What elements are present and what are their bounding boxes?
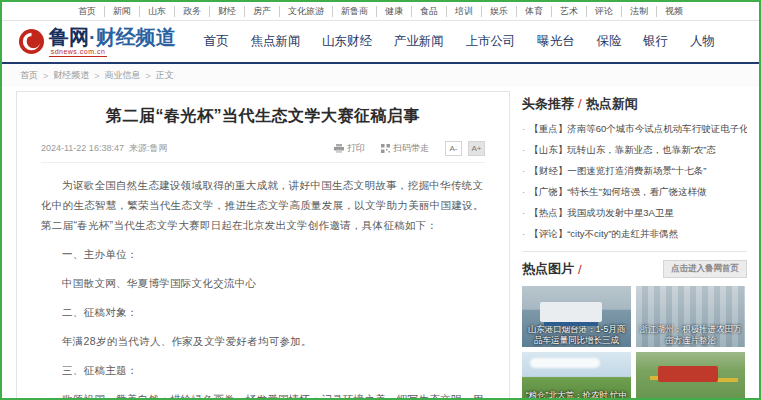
mini-nav-lushang[interactable]: 新鲁商	[333, 6, 377, 17]
nav-shandong-finance[interactable]: 山东财经	[322, 33, 372, 50]
photo-caption: 山东港口烟台港：1-5月商品车运量同比增长三成	[522, 324, 631, 346]
nav-industry-news[interactable]: 产业新闻	[394, 33, 444, 50]
article-meta: 2024-11-22 16:38:47 来源:鲁网 打印 扫码带走 A- A+	[41, 141, 485, 163]
print-label: 打印	[347, 142, 365, 155]
mini-nav-video[interactable]: 视频	[657, 6, 691, 17]
photos-title: 热点图片	[522, 260, 574, 278]
article-paragraph: 歌颂祖国、赞美自然；描绘绿色画卷、抒发爱国情怀；记录环境之美、细写生态文明。用笔…	[41, 389, 485, 400]
photo-item-safety[interactable]: 学安全 迎暑假	[636, 352, 745, 400]
mini-nav-gov[interactable]: 政务	[175, 6, 210, 17]
nav-exposure[interactable]: 曝光台	[537, 33, 575, 50]
mini-nav-culture-tourism[interactable]: 文化旅游	[280, 6, 333, 17]
breadcrumb-home[interactable]: 首页	[20, 69, 38, 82]
mini-nav-realestate[interactable]: 房产	[245, 6, 280, 17]
headline-slash: /	[578, 96, 582, 111]
article-datetime: 2024-11-22 16:38:47	[41, 143, 124, 153]
hot-photos-grid: 山东港口烟台港：1-5月商品车运量同比增长三成 浙江湖州：积极推进农田万亩方连片…	[522, 286, 747, 400]
article-card: 第二届“春光杯”当代生态文学大赛征稿启事 2024-11-22 16:38:47…	[16, 91, 510, 400]
mini-nav-finance[interactable]: 财经	[210, 6, 245, 17]
article-paragraph: 年满28岁的当代诗人、作家及文学爱好者均可参加。	[41, 331, 485, 351]
mini-nav-art[interactable]: 艺术	[552, 6, 587, 17]
breadcrumb-separator: >	[94, 71, 99, 81]
mini-nav-law[interactable]: 法制	[622, 6, 657, 17]
enter-homepage-button[interactable]: 点击进入鲁网首页	[663, 260, 747, 278]
news-item[interactable]: 【广饶】“特长生”如何培强，看广饶这样做	[522, 186, 747, 199]
breadcrumb-section[interactable]: 商业信息	[105, 69, 141, 82]
breadcrumb-current: 正文	[156, 69, 174, 82]
lunet-logo-icon	[18, 28, 45, 55]
content-area: 第二届“春光杯”当代生态文学大赛征稿启事 2024-11-22 16:38:47…	[2, 87, 759, 400]
nav-people[interactable]: 人物	[690, 33, 715, 50]
article-body: 为讴歌全国自然生态建设领域取得的重大成就，讲好中国生态文明故事，挖掘中华传统文化…	[41, 175, 485, 400]
sidebar: 头条推荐/热点新闻 【重点】济南等60个城市今试点机动车行驶证电子化 【山东】玩…	[522, 91, 747, 400]
mini-nav-health[interactable]: 健康	[377, 6, 412, 17]
nav-focus-news[interactable]: 焦点新闻	[250, 33, 300, 50]
hot-news-list: 【重点】济南等60个城市今试点机动车行驶证电子化 【山东】玩转山东，靠新业态，也…	[522, 123, 747, 241]
mini-nav-food[interactable]: 食品	[412, 6, 447, 17]
news-item[interactable]: 【重点】济南等60个城市今试点机动车行驶证电子化	[522, 123, 747, 136]
qr-code-icon	[381, 144, 390, 153]
logo-domain-text: sdnews.com.cn	[49, 48, 107, 57]
news-item[interactable]: 【热点】我国成功发射中星3A卫星	[522, 207, 747, 220]
site-logo[interactable]: 鲁网·财经频道 sdnews.com.cn	[18, 26, 176, 57]
photo-item-farmland[interactable]: 浙江湖州：积极推进农田万亩方连片整治	[636, 286, 745, 347]
printer-icon	[334, 144, 344, 153]
page-frame: 首页 新闻 山东 政务 财经 房产 文化旅游 新鲁商 健康 食品 培训 娱乐 体…	[0, 0, 761, 400]
article-section-heading: 一、主办单位：	[41, 244, 485, 264]
news-item[interactable]: 【财经】一图速览打造消费新场景“十七条”	[522, 165, 747, 178]
mini-nav-comment[interactable]: 评论	[587, 6, 622, 17]
logo-channel-text: ·财经频道	[89, 26, 176, 48]
mini-nav-shandong[interactable]: 山东	[140, 6, 175, 17]
nav-listed-companies[interactable]: 上市公司	[466, 33, 516, 50]
headline-title: 头条推荐	[522, 96, 574, 111]
photo-caption: 浙江湖州：积极推进农田万亩方连片整治	[636, 324, 745, 346]
font-decrease-button[interactable]: A-	[445, 141, 462, 156]
article-paragraph: 为讴歌全国自然生态建设领域取得的重大成就，讲好中国生态文明故事，挖掘中华传统文化…	[41, 175, 485, 235]
mini-nav-home[interactable]: 首页	[70, 6, 105, 17]
photo-item-port-ship[interactable]: 山东港口烟台港：1-5月商品车运量同比增长三成	[522, 286, 631, 347]
mini-nav-sports[interactable]: 体育	[517, 6, 552, 17]
breadcrumb: 首页 > 财经频道 > 商业信息 > 正文	[2, 64, 759, 87]
mini-nav-entertainment[interactable]: 娱乐	[482, 6, 517, 17]
breadcrumb-channel[interactable]: 财经频道	[53, 69, 89, 82]
nav-bank[interactable]: 银行	[643, 33, 668, 50]
article-section-heading: 二、征稿对象：	[41, 302, 485, 322]
article-source: 来源:鲁网	[129, 143, 168, 153]
nav-insurance[interactable]: 保险	[596, 33, 621, 50]
breadcrumb-separator: >	[146, 71, 151, 81]
top-mini-nav: 首页 新闻 山东 政务 财经 房产 文化旅游 新鲁商 健康 食品 培训 娱乐 体…	[2, 2, 759, 21]
photos-section-header: 热点图片/ 点击进入鲁网首页	[522, 260, 747, 278]
mini-nav-training[interactable]: 培训	[447, 6, 482, 17]
print-button[interactable]: 打印	[334, 142, 365, 155]
breadcrumb-separator: >	[43, 71, 48, 81]
site-header: 鲁网·财经频道 sdnews.com.cn 首页 焦点新闻 山东财经 产业新闻 …	[2, 21, 759, 64]
logo-main-text: 鲁网	[49, 26, 89, 48]
scan-label: 扫码带走	[393, 142, 429, 155]
main-nav: 首页 焦点新闻 山东财经 产业新闻 上市公司 曝光台 保险 银行 人物	[204, 33, 743, 50]
photo-caption: “粮仓”北大荒：抢农时 忙中耕	[522, 390, 631, 400]
mini-nav-news[interactable]: 新闻	[105, 6, 140, 17]
nav-home[interactable]: 首页	[204, 33, 229, 50]
headline-subtitle: 热点新闻	[586, 96, 638, 111]
headline-section-header: 头条推荐/热点新闻	[522, 95, 747, 113]
logo-title: 鲁网·财经频道	[49, 26, 176, 48]
article-datetime-source: 2024-11-22 16:38:47 来源:鲁网	[41, 142, 167, 155]
article-title: 第二届“春光杯”当代生态文学大赛征稿启事	[41, 106, 485, 127]
article-paragraph: 中国散文网、华夏博学国际文化交流中心	[41, 273, 485, 293]
photos-slash: /	[578, 262, 582, 277]
news-item[interactable]: 【山东】玩转山东，靠新业态，也靠新“农”态	[522, 144, 747, 157]
news-item[interactable]: 【评论】“city不city”的走红并非偶然	[522, 228, 747, 241]
font-increase-button[interactable]: A+	[468, 141, 485, 156]
photo-item-beidahuang[interactable]: “粮仓”北大荒：抢农时 忙中耕	[522, 352, 631, 400]
sidebar-divider	[522, 251, 747, 252]
article-section-heading: 三、征稿主题：	[41, 360, 485, 380]
scan-share-button[interactable]: 扫码带走	[381, 142, 429, 155]
